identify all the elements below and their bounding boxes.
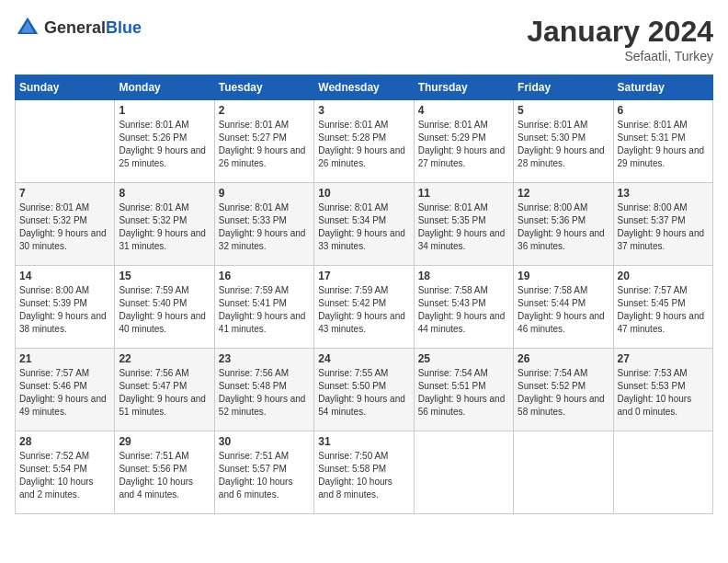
day-detail: Sunrise: 8:01 AM Sunset: 5:33 PM Dayligh… bbox=[219, 201, 310, 253]
day-number: 16 bbox=[219, 270, 310, 282]
day-number: 5 bbox=[518, 104, 609, 117]
cell-w5-d0: 28Sunrise: 7:52 AM Sunset: 5:54 PM Dayli… bbox=[16, 431, 115, 514]
title-area: January 2024 Sefaatli, Turkey bbox=[527, 15, 713, 63]
header-saturday: Saturday bbox=[613, 75, 712, 100]
day-detail: Sunrise: 7:58 AM Sunset: 5:44 PM Dayligh… bbox=[518, 284, 609, 336]
day-number: 2 bbox=[219, 104, 310, 117]
cell-w4-d6: 27Sunrise: 7:53 AM Sunset: 5:53 PM Dayli… bbox=[613, 349, 712, 431]
cell-w2-d5: 12Sunrise: 8:00 AM Sunset: 5:36 PM Dayli… bbox=[514, 183, 613, 266]
day-number: 18 bbox=[418, 270, 509, 282]
day-detail: Sunrise: 7:55 AM Sunset: 5:50 PM Dayligh… bbox=[318, 367, 409, 419]
day-detail: Sunrise: 8:01 AM Sunset: 5:26 PM Dayligh… bbox=[119, 119, 210, 170]
cell-w1-d6: 6Sunrise: 8:01 AM Sunset: 5:31 PM Daylig… bbox=[613, 100, 712, 183]
cell-w5-d5 bbox=[514, 431, 613, 514]
day-number: 31 bbox=[318, 435, 409, 448]
logo-text-general: General bbox=[44, 18, 106, 37]
day-detail: Sunrise: 7:56 AM Sunset: 5:48 PM Dayligh… bbox=[219, 367, 310, 419]
cell-w4-d0: 21Sunrise: 7:57 AM Sunset: 5:46 PM Dayli… bbox=[16, 349, 115, 431]
day-number: 22 bbox=[119, 352, 210, 365]
header-tuesday: Tuesday bbox=[214, 75, 313, 100]
day-number: 13 bbox=[618, 187, 709, 200]
day-number: 29 bbox=[119, 435, 210, 448]
day-number: 28 bbox=[19, 435, 110, 448]
day-number: 1 bbox=[119, 104, 210, 117]
day-detail: Sunrise: 7:51 AM Sunset: 5:56 PM Dayligh… bbox=[119, 450, 210, 501]
day-number: 27 bbox=[618, 352, 709, 365]
cell-w5-d2: 30Sunrise: 7:51 AM Sunset: 5:57 PM Dayli… bbox=[214, 431, 313, 514]
cell-w3-d2: 16Sunrise: 7:59 AM Sunset: 5:41 PM Dayli… bbox=[214, 266, 313, 349]
day-number: 7 bbox=[19, 187, 110, 200]
cell-w5-d1: 29Sunrise: 7:51 AM Sunset: 5:56 PM Dayli… bbox=[115, 431, 214, 514]
cell-w1-d5: 5Sunrise: 8:01 AM Sunset: 5:30 PM Daylig… bbox=[514, 100, 613, 183]
day-detail: Sunrise: 8:01 AM Sunset: 5:32 PM Dayligh… bbox=[119, 201, 210, 253]
day-detail: Sunrise: 7:54 AM Sunset: 5:52 PM Dayligh… bbox=[518, 367, 609, 419]
day-number: 6 bbox=[618, 104, 709, 117]
cell-w1-d3: 3Sunrise: 8:01 AM Sunset: 5:28 PM Daylig… bbox=[314, 100, 414, 183]
header-friday: Friday bbox=[514, 75, 613, 100]
week-row-5: 28Sunrise: 7:52 AM Sunset: 5:54 PM Dayli… bbox=[16, 431, 713, 514]
day-detail: Sunrise: 7:58 AM Sunset: 5:43 PM Dayligh… bbox=[418, 284, 509, 336]
calendar-table: Sunday Monday Tuesday Wednesday Thursday… bbox=[15, 75, 713, 514]
day-detail: Sunrise: 7:51 AM Sunset: 5:57 PM Dayligh… bbox=[219, 450, 310, 501]
cell-w1-d0 bbox=[16, 100, 115, 183]
day-number: 15 bbox=[119, 270, 210, 282]
cell-w3-d0: 14Sunrise: 8:00 AM Sunset: 5:39 PM Dayli… bbox=[16, 266, 115, 349]
day-number: 25 bbox=[418, 352, 509, 365]
week-row-2: 7Sunrise: 8:01 AM Sunset: 5:32 PM Daylig… bbox=[16, 183, 713, 266]
day-number: 17 bbox=[318, 270, 409, 282]
cell-w5-d6 bbox=[613, 431, 712, 514]
day-detail: Sunrise: 7:50 AM Sunset: 5:58 PM Dayligh… bbox=[318, 450, 409, 501]
header-thursday: Thursday bbox=[414, 75, 513, 100]
day-number: 21 bbox=[19, 352, 110, 365]
cell-w1-d2: 2Sunrise: 8:01 AM Sunset: 5:27 PM Daylig… bbox=[214, 100, 313, 183]
cell-w2-d0: 7Sunrise: 8:01 AM Sunset: 5:32 PM Daylig… bbox=[16, 183, 115, 266]
logo: GeneralBlue bbox=[15, 15, 142, 40]
cell-w5-d4 bbox=[414, 431, 513, 514]
day-detail: Sunrise: 8:00 AM Sunset: 5:39 PM Dayligh… bbox=[19, 284, 110, 336]
cell-w4-d4: 25Sunrise: 7:54 AM Sunset: 5:51 PM Dayli… bbox=[414, 349, 513, 431]
day-detail: Sunrise: 8:00 AM Sunset: 5:37 PM Dayligh… bbox=[618, 201, 709, 253]
cell-w3-d5: 19Sunrise: 7:58 AM Sunset: 5:44 PM Dayli… bbox=[514, 266, 613, 349]
day-detail: Sunrise: 7:59 AM Sunset: 5:41 PM Dayligh… bbox=[219, 284, 310, 336]
day-detail: Sunrise: 7:59 AM Sunset: 5:40 PM Dayligh… bbox=[119, 284, 210, 336]
weekday-header-row: Sunday Monday Tuesday Wednesday Thursday… bbox=[16, 75, 713, 100]
day-detail: Sunrise: 8:01 AM Sunset: 5:32 PM Dayligh… bbox=[19, 201, 110, 253]
day-number: 24 bbox=[318, 352, 409, 365]
logo-icon bbox=[15, 15, 40, 40]
cell-w2-d2: 9Sunrise: 8:01 AM Sunset: 5:33 PM Daylig… bbox=[214, 183, 313, 266]
cell-w4-d3: 24Sunrise: 7:55 AM Sunset: 5:50 PM Dayli… bbox=[314, 349, 414, 431]
header-monday: Monday bbox=[115, 75, 214, 100]
cell-w3-d1: 15Sunrise: 7:59 AM Sunset: 5:40 PM Dayli… bbox=[115, 266, 214, 349]
day-detail: Sunrise: 8:01 AM Sunset: 5:35 PM Dayligh… bbox=[418, 201, 509, 253]
day-detail: Sunrise: 8:01 AM Sunset: 5:29 PM Dayligh… bbox=[418, 119, 509, 170]
day-detail: Sunrise: 8:01 AM Sunset: 5:27 PM Dayligh… bbox=[219, 119, 310, 170]
day-detail: Sunrise: 8:01 AM Sunset: 5:30 PM Dayligh… bbox=[518, 119, 609, 170]
day-number: 30 bbox=[219, 435, 310, 448]
day-number: 19 bbox=[518, 270, 609, 282]
day-number: 14 bbox=[19, 270, 110, 282]
month-title: January 2024 bbox=[527, 15, 713, 49]
header-wednesday: Wednesday bbox=[314, 75, 414, 100]
header-sunday: Sunday bbox=[16, 75, 115, 100]
day-number: 10 bbox=[318, 187, 409, 200]
logo-text-blue: Blue bbox=[106, 18, 142, 37]
cell-w4-d2: 23Sunrise: 7:56 AM Sunset: 5:48 PM Dayli… bbox=[214, 349, 313, 431]
day-number: 20 bbox=[618, 270, 709, 282]
cell-w1-d1: 1Sunrise: 8:01 AM Sunset: 5:26 PM Daylig… bbox=[115, 100, 214, 183]
cell-w2-d4: 11Sunrise: 8:01 AM Sunset: 5:35 PM Dayli… bbox=[414, 183, 513, 266]
location-subtitle: Sefaatli, Turkey bbox=[527, 49, 713, 63]
cell-w3-d4: 18Sunrise: 7:58 AM Sunset: 5:43 PM Dayli… bbox=[414, 266, 513, 349]
day-detail: Sunrise: 7:57 AM Sunset: 5:45 PM Dayligh… bbox=[618, 284, 709, 336]
day-number: 23 bbox=[219, 352, 310, 365]
day-detail: Sunrise: 8:01 AM Sunset: 5:28 PM Dayligh… bbox=[318, 119, 409, 170]
cell-w5-d3: 31Sunrise: 7:50 AM Sunset: 5:58 PM Dayli… bbox=[314, 431, 414, 514]
day-detail: Sunrise: 8:00 AM Sunset: 5:36 PM Dayligh… bbox=[518, 201, 609, 253]
day-detail: Sunrise: 7:57 AM Sunset: 5:46 PM Dayligh… bbox=[19, 367, 110, 419]
day-detail: Sunrise: 8:01 AM Sunset: 5:34 PM Dayligh… bbox=[318, 201, 409, 253]
cell-w1-d4: 4Sunrise: 8:01 AM Sunset: 5:29 PM Daylig… bbox=[414, 100, 513, 183]
day-detail: Sunrise: 7:59 AM Sunset: 5:42 PM Dayligh… bbox=[318, 284, 409, 336]
day-detail: Sunrise: 7:53 AM Sunset: 5:53 PM Dayligh… bbox=[618, 367, 709, 419]
day-detail: Sunrise: 7:52 AM Sunset: 5:54 PM Dayligh… bbox=[19, 450, 110, 501]
day-detail: Sunrise: 7:54 AM Sunset: 5:51 PM Dayligh… bbox=[418, 367, 509, 419]
day-number: 11 bbox=[418, 187, 509, 200]
